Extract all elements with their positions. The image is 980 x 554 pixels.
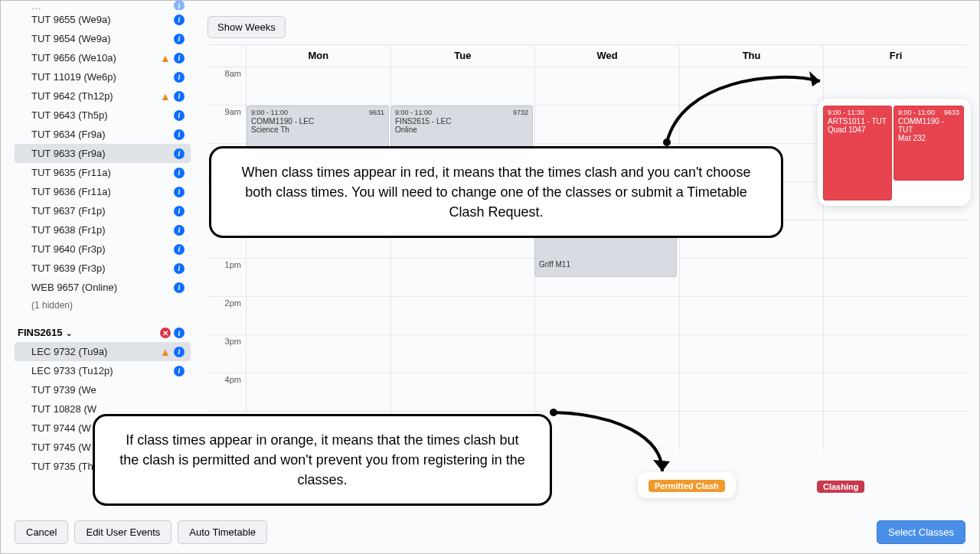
course-header-fins2615[interactable]: FINS2615⌄✕ i (15, 323, 191, 342)
event-fri-comm1190[interactable]: 9:00 - 11:009633 COMM1190 - TUT Mat 232 (893, 106, 964, 181)
class-list-item[interactable]: TUT 11019 (We6p)i (15, 67, 191, 86)
calendar-header: Mon Tue Wed Thu Fri (207, 45, 968, 67)
cell[interactable] (679, 259, 824, 296)
class-list-item[interactable]: TUT 9642 (Th12p)▲i (15, 86, 191, 106)
cell[interactable] (246, 373, 390, 411)
info-icon[interactable]: i (174, 1, 185, 10)
event-title: COMM1190 - TUT (898, 117, 959, 134)
cell[interactable] (534, 67, 679, 105)
permitted-clash-badge-wrap: Permitted Clash (638, 472, 736, 498)
info-icon[interactable]: i (174, 206, 185, 217)
class-label: TUT 10828 (W (31, 403, 185, 415)
class-label: TUT 9640 (Fr3p) (31, 243, 174, 255)
info-icon[interactable]: i (174, 110, 185, 121)
class-list-item[interactable]: TUT 9636 (Fr11a)i (15, 182, 191, 201)
class-list-item[interactable]: TUT 9638 (Fr1p)i (15, 220, 191, 240)
info-icon[interactable]: i (174, 225, 185, 236)
event-location: Quad 1047 (828, 125, 887, 134)
edit-user-events-button[interactable]: Edit User Events (74, 520, 172, 544)
class-list-item[interactable]: TUT 9643 (Th5p)i (15, 106, 191, 125)
class-list-item[interactable]: TUT 9655 (We9a)i (15, 10, 191, 29)
cancel-button[interactable]: Cancel (15, 520, 68, 544)
cell[interactable] (823, 220, 968, 258)
info-icon[interactable]: i (174, 328, 185, 338)
class-list-item[interactable]: TUT 9639 (Fr3p)i (15, 259, 191, 278)
class-list-item[interactable]: TUT 9633 (Fr9a)i (15, 144, 191, 163)
cell[interactable] (679, 412, 824, 449)
cell[interactable] (390, 373, 535, 411)
cell[interactable] (823, 259, 968, 296)
cell[interactable] (679, 297, 824, 334)
show-weeks-button[interactable]: Show Weeks (207, 16, 286, 38)
cell[interactable] (823, 412, 968, 449)
class-label: TUT 9634 (Fr9a) (31, 129, 174, 140)
class-list-item[interactable]: TUT 9635 (Fr11a)i (15, 163, 191, 182)
info-icon[interactable]: i (174, 15, 185, 25)
cell[interactable] (534, 297, 679, 334)
class-list-item[interactable]: TUT 9634 (Fr9a)i (15, 125, 191, 144)
class-list-item[interactable]: WEB 9657 (Online)i (15, 278, 191, 297)
info-icon[interactable]: i (174, 72, 185, 83)
info-icon[interactable]: i (174, 282, 185, 293)
info-icon[interactable]: i (174, 347, 185, 357)
cell[interactable] (246, 335, 390, 373)
event-time: 9:00 - 11:00 (395, 109, 432, 116)
hour-label: 9am (207, 106, 246, 143)
warning-icon: ▲ (160, 91, 171, 102)
cell[interactable] (823, 373, 968, 411)
select-classes-button[interactable]: Select Classes (877, 520, 965, 544)
cell[interactable] (534, 335, 679, 373)
class-list-item[interactable]: TUT 9637 (Fr1p)i (15, 201, 191, 220)
event-time: 9:00 - 11:00 (898, 109, 935, 116)
info-icon[interactable]: i (174, 34, 185, 44)
cell[interactable] (823, 297, 968, 334)
event-location: Online (395, 125, 528, 134)
class-list-item[interactable]: …i (15, 1, 191, 10)
cell[interactable] (390, 67, 535, 105)
cell[interactable] (390, 335, 535, 373)
cell[interactable] (390, 297, 535, 334)
cell[interactable] (534, 106, 679, 143)
info-icon[interactable]: i (174, 129, 185, 140)
event-title: ARTS1011 - TUT (828, 117, 887, 125)
remove-icon[interactable]: ✕ (160, 328, 171, 338)
auto-timetable-button[interactable]: Auto Timetable (178, 520, 267, 544)
cell[interactable] (246, 67, 390, 105)
event-time: 9:00 - 11:30 (828, 109, 864, 116)
class-label: LEC 9732 (Tu9a) (31, 346, 160, 357)
class-label: TUT 9636 (Fr11a) (31, 186, 174, 197)
class-label: TUT 9643 (Th5p) (31, 109, 174, 121)
event-id: 9631 (369, 109, 384, 116)
hour-row: 2pm (207, 296, 968, 334)
class-label: TUT 9639 (Fr3p) (31, 262, 174, 274)
cell[interactable] (679, 67, 824, 105)
class-list-item[interactable]: LEC 9733 (Tu12p)i (15, 361, 191, 380)
cell[interactable] (246, 297, 390, 334)
cell[interactable] (823, 335, 968, 373)
info-icon[interactable]: i (174, 91, 185, 102)
cell[interactable] (679, 335, 824, 373)
info-icon[interactable]: i (174, 366, 185, 376)
class-list-item[interactable]: TUT 9656 (We10a)▲i (15, 48, 191, 67)
clashing-badge: Clashing (817, 481, 864, 493)
cell[interactable] (246, 259, 390, 296)
cell[interactable] (390, 259, 535, 296)
cell[interactable] (679, 106, 824, 143)
event-time: 9:00 - 11:00 (251, 109, 288, 116)
info-icon[interactable]: i (174, 168, 185, 178)
info-icon[interactable]: i (174, 148, 185, 159)
event-fri-arts1011[interactable]: 9:00 - 11:30 ARTS1011 - TUT Quad 1047 (823, 106, 892, 200)
info-icon[interactable]: i (174, 187, 185, 197)
hour-label: 2pm (207, 297, 246, 334)
class-list-item[interactable]: TUT 9654 (We9a)i (15, 29, 191, 48)
info-icon[interactable]: i (174, 244, 185, 255)
info-icon[interactable]: i (174, 263, 185, 274)
cell[interactable] (534, 373, 679, 411)
class-list-item[interactable]: TUT 9739 (We (15, 380, 191, 399)
hour-row: 3pm (207, 334, 968, 373)
class-list-item[interactable]: LEC 9732 (Tu9a)▲i (15, 342, 191, 361)
cell[interactable] (534, 412, 679, 449)
class-list-item[interactable]: TUT 9640 (Fr3p)i (15, 240, 191, 259)
info-icon[interactable]: i (174, 53, 185, 64)
cell[interactable] (679, 373, 824, 411)
